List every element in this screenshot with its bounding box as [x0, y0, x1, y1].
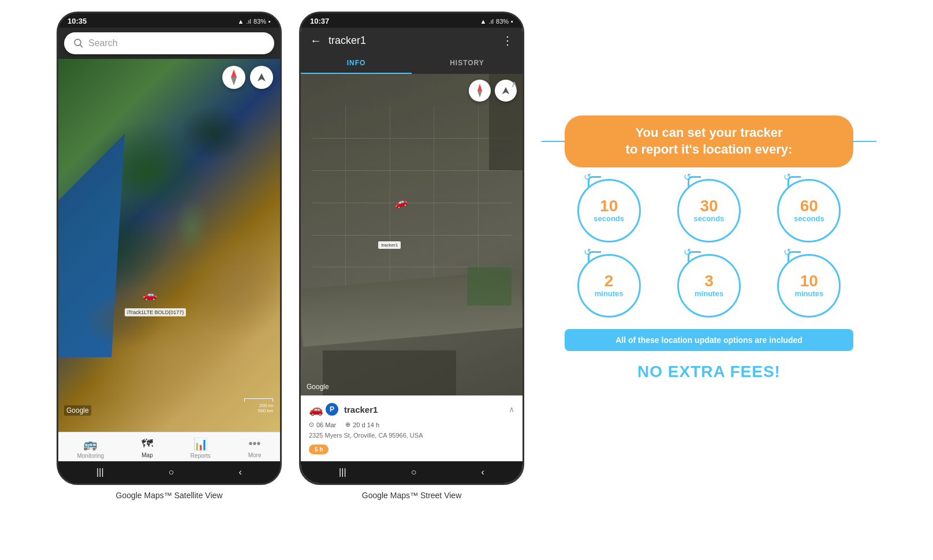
interval-2m[interactable]: ↺ 2 minutes [577, 254, 641, 318]
interval-number-5: 3 [704, 273, 714, 289]
info-title-box: You can set your tracker to report it's … [565, 115, 853, 167]
svg-line-1 [80, 45, 83, 48]
arrow-icon-6: ↺ [783, 247, 791, 257]
info-graphic-panel: You can set your tracker to report it's … [542, 12, 876, 485]
interval-30s[interactable]: ↺ 30 seconds [677, 179, 741, 242]
tracker-title: tracker1 [329, 35, 495, 47]
scale-line [244, 398, 273, 402]
nav-monitoring[interactable]: 🚌 Monitoring [77, 437, 104, 459]
title-wrapper: You can set your tracker to report it's … [565, 115, 853, 167]
phone2-status-bar: 10:37 ▲ .ıl 83% ▪ [301, 13, 523, 28]
map-label: Map [141, 452, 152, 458]
interval-number-3: 60 [800, 198, 818, 214]
parking-line-2 [312, 170, 512, 171]
android-home-btn2[interactable]: ○ [411, 467, 417, 477]
interval-unit-3: seconds [794, 214, 824, 223]
tracker-address: 2325 Myers St, Oroville, CA 95966, USA [309, 432, 514, 439]
phone2-content: ← tracker1 ⋮ INFO HISTORY [301, 28, 523, 483]
interval-number-2: 30 [700, 198, 718, 214]
parking-vline-1 [345, 106, 346, 299]
map-scale-phone1: 200 mi 500 km [244, 398, 273, 413]
phone2-network-icon: .ıl [489, 18, 494, 25]
nav-map[interactable]: 🗺 Map [141, 437, 153, 459]
interval-number-1: 10 [600, 198, 618, 214]
interval-cell-4: ↺ 2 minutes [565, 254, 653, 318]
tracker-tabs: INFO HISTORY [301, 53, 523, 74]
meta-duration: ⊕ 20 d 14 h [345, 421, 379, 428]
more-icon: ••• [249, 437, 261, 450]
parking-vline-3 [434, 106, 434, 299]
parking-icon: P [326, 403, 338, 416]
android-menu-btn2[interactable]: ||| [339, 467, 346, 477]
android-home-btn[interactable]: ○ [169, 467, 174, 477]
interval-unit-2: seconds [694, 214, 725, 223]
phone2-signal-icon: ▲ [480, 18, 487, 25]
phone1-time: 10:35 [68, 17, 87, 25]
parking-overlay [301, 74, 523, 395]
android-back-btn2[interactable]: ‹ [482, 467, 484, 477]
phone2: 10:37 ▲ .ıl 83% ▪ ← tracker1 ⋮ INFO HIST… [299, 12, 524, 485]
interval-3m[interactable]: ↺ 3 minutes [677, 254, 741, 318]
google-logo-phone2: Google [307, 383, 329, 391]
phone2-android-nav: ||| ○ ‹ [301, 461, 523, 483]
phone1-status-bar: 10:35 ▲ .ıl 83% ▪ [58, 13, 280, 28]
nav-more[interactable]: ••• More [248, 437, 262, 459]
phone1-status-icons: ▲ .ıl 83% ▪ [238, 17, 271, 25]
interval-number-6: 10 [800, 273, 818, 289]
interval-cell-2: ↺ 30 seconds [665, 179, 753, 242]
info-title-line1: You can set your tracker [635, 125, 782, 140]
green-area [467, 267, 512, 305]
android-back-btn[interactable]: ‹ [239, 467, 242, 477]
phone1-network-icon: .ıl [247, 18, 252, 25]
tracker-label-phone1: iTrack1LTE BOLD(0177) [125, 308, 186, 316]
info-title-line2: to report it's location every: [626, 142, 793, 156]
interval-60s[interactable]: ↺ 60 seconds [777, 179, 841, 242]
compass-button2[interactable] [469, 80, 491, 102]
phone2-battery: 83% [496, 18, 509, 25]
parking-line-4 [312, 235, 512, 236]
interval-10s[interactable]: ↺ 10 seconds [577, 179, 641, 242]
android-menu-btn[interactable]: ||| [96, 467, 103, 477]
intervals-grid: ↺ 10 seconds ↺ 30 seconds ↺ 60 seconds ↺… [565, 179, 853, 318]
scale-text1: 200 mi [244, 403, 273, 408]
interval-cell-6: ↺ 10 minutes [765, 254, 853, 318]
arrow-icon-5: ↺ [684, 247, 691, 257]
nav-reports[interactable]: 📊 Reports [191, 437, 211, 459]
interval-number-4: 2 [604, 273, 614, 289]
phone1-caption: Google Maps™ Satellite View [116, 491, 223, 500]
phone1-battery-icon: ▪ [268, 18, 271, 25]
phone1-search-bar[interactable]: Search [64, 32, 274, 54]
phone1: 10:35 ▲ .ıl 83% ▪ Search [57, 12, 282, 485]
tracker-info-panel: 🚗 P tracker1 ∧ ⊙ 06 Mar ⊕ 20 d 14 h [301, 395, 523, 461]
scroll-up-indicator: ∧ [511, 79, 518, 89]
meta-date: ⊙ 06 Mar [309, 421, 336, 428]
back-button[interactable]: ← [310, 34, 322, 47]
tab-info[interactable]: INFO [301, 53, 412, 74]
phone1-bottom-nav: 🚌 Monitoring 🗺 Map 📊 Reports ••• More [58, 432, 280, 461]
compass-button[interactable] [222, 66, 245, 89]
arrow-icon-3: ↺ [783, 171, 791, 182]
compass-needle-down [231, 77, 237, 85]
tracker-icon-group: 🚗 P [309, 402, 338, 416]
compass-needle2-down [477, 91, 482, 98]
included-box: All of these location update options are… [565, 329, 853, 351]
monitoring-icon: 🚌 [83, 437, 98, 451]
phone2-wrapper: 10:37 ▲ .ıl 83% ▪ ← tracker1 ⋮ INFO HIST… [299, 12, 524, 500]
phone2-map: 🚗 tracker1 Google ∧ [301, 74, 523, 395]
parking-vline-2 [390, 106, 390, 299]
expand-icon[interactable]: ∧ [509, 405, 514, 414]
phone1-signal-icon: ▲ [238, 18, 244, 25]
phone1-android-nav: ||| ○ ‹ [58, 461, 280, 483]
phone2-status-icons: ▲ .ıl 83% ▪ [480, 17, 513, 25]
tab-history[interactable]: HISTORY [412, 53, 523, 74]
reports-icon: 📊 [193, 437, 208, 451]
direction-button[interactable] [250, 66, 273, 89]
interval-unit-6: minutes [794, 289, 823, 298]
tracker-duration: 20 d 14 h [353, 421, 379, 428]
tracker-info-header: 🚗 P tracker1 ∧ [309, 402, 514, 416]
interval-cell-5: ↺ 3 minutes [665, 254, 753, 318]
more-menu-button[interactable]: ⋮ [502, 33, 513, 47]
map-icon: 🗺 [141, 437, 153, 450]
no-fees-text: NO EXTRA FEES! [637, 363, 781, 381]
interval-10m[interactable]: ↺ 10 minutes [777, 254, 841, 318]
